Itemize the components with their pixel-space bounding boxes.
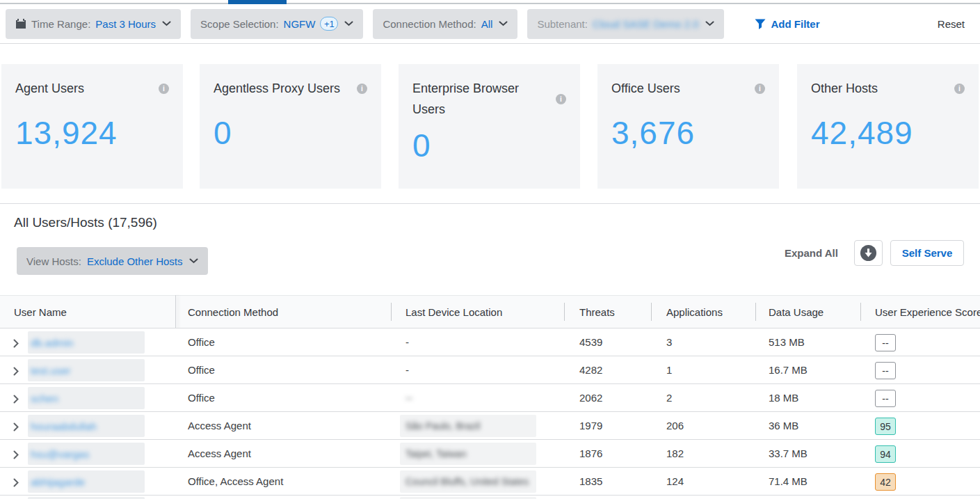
download-icon (860, 244, 877, 262)
card-value: 3,676 (611, 114, 765, 152)
connection-method-value: All (481, 18, 493, 30)
user-experience-score-badge: 94 (875, 445, 896, 463)
column-divider (651, 303, 652, 321)
table-row: test.user Office - 4282 1 16.7 MB -- (0, 356, 980, 383)
table-row: houraabdullah Access Agent São Paulo, Br… (0, 411, 980, 439)
location-cell: - (405, 356, 409, 384)
threats-cell: 1876 (579, 440, 602, 468)
filter-funnel-icon (755, 19, 766, 29)
data-usage-cell: 36 MB (769, 412, 798, 440)
card-value: 42,489 (811, 114, 965, 152)
data-usage-cell: 18 MB (769, 384, 798, 412)
connection-method-cell: Office, Access Agent (188, 468, 283, 496)
location-cell-blurred: Council Bluffs, United States (400, 470, 536, 493)
info-icon[interactable] (357, 84, 367, 94)
data-usage-cell: 33.7 MB (769, 440, 808, 468)
self-serve-button[interactable]: Self Serve (890, 240, 964, 266)
expand-row-icon[interactable] (13, 477, 19, 490)
info-icon[interactable] (954, 84, 965, 94)
col-header-threats[interactable]: Threats (579, 296, 615, 328)
card-agent-users: Agent Users 13,924 (1, 64, 183, 189)
table-row: schen Office -- 2062 2 18 MB -- (0, 383, 980, 411)
add-filter-button[interactable]: Add Filter (755, 18, 820, 30)
user-name-cell[interactable]: db.admin (28, 331, 145, 354)
connection-method-cell: Office (188, 356, 215, 384)
table-row: hsu@vargas Access Agent Taipei, Taiwan 1… (0, 439, 980, 467)
chevron-down-icon (344, 21, 353, 26)
calendar-icon (15, 18, 26, 29)
applications-cell: 182 (666, 440, 684, 468)
user-experience-score-badge: -- (875, 334, 896, 351)
card-value: 0 (214, 114, 367, 152)
expand-row-icon[interactable] (13, 366, 19, 379)
column-divider (564, 303, 565, 321)
card-label: Enterprise Browser Users (412, 78, 532, 120)
scope-selection-value: NGFW (284, 18, 316, 30)
user-experience-score-badge: 42 (875, 473, 896, 491)
chevron-down-icon (162, 21, 171, 26)
subtenant-filter[interactable]: Subtenant: Cloud SASE Demo 2.0 (527, 9, 723, 39)
card-value: 0 (412, 127, 566, 164)
expand-all-button[interactable]: Expand All (785, 240, 838, 266)
expand-row-icon[interactable] (13, 422, 19, 434)
table-row-partial (0, 495, 980, 499)
app-screen: Time Range: Past 3 Hours Scope Selection… (0, 0, 980, 499)
card-agentless-proxy-users: Agentless Proxy Users 0 (200, 64, 381, 189)
applications-cell: 2 (666, 384, 672, 412)
time-range-filter[interactable]: Time Range: Past 3 Hours (6, 9, 181, 39)
table-row: db.admin Office - 4539 3 513 MB -- (0, 328, 980, 356)
view-hosts-value: Exclude Other Hosts (87, 255, 183, 267)
scope-selection-label: Scope Selection: (200, 18, 279, 30)
card-label: Other Hosts (811, 78, 878, 99)
user-name-cell[interactable]: hsu@vargas (28, 443, 145, 465)
user-name-cell[interactable]: schen (28, 387, 145, 409)
col-header-last-device-location[interactable]: Last Device Location (405, 296, 502, 328)
info-icon[interactable] (556, 94, 566, 104)
col-header-connection-method[interactable]: Connection Method (188, 296, 278, 328)
table-row: abhijagarde Office, Access Agent Council… (0, 467, 980, 495)
info-icon[interactable] (159, 84, 169, 94)
card-other-hosts: Other Hosts 42,489 (797, 64, 979, 189)
applications-cell: 124 (666, 468, 684, 496)
filter-bar: Time Range: Past 3 Hours Scope Selection… (0, 4, 980, 44)
user-name-cell[interactable]: houraabdullah (28, 415, 145, 437)
column-divider (391, 303, 392, 321)
column-divider (755, 303, 756, 321)
expand-row-icon[interactable] (13, 338, 19, 351)
connection-method-filter[interactable]: Connection Method: All (373, 9, 517, 39)
location-cell-blurred: Taipei, Taiwan (400, 443, 536, 465)
connection-method-cell: Office (188, 384, 215, 412)
scope-selection-filter[interactable]: Scope Selection: NGFW +1 (191, 9, 363, 39)
time-range-value: Past 3 Hours (95, 18, 156, 30)
user-name-cell[interactable]: abhijagarde (28, 470, 145, 493)
column-divider (860, 303, 861, 321)
expand-row-icon[interactable] (13, 394, 19, 406)
download-button[interactable] (854, 240, 883, 266)
card-enterprise-browser-users: Enterprise Browser Users 0 (399, 64, 580, 189)
view-hosts-dropdown[interactable]: View Hosts: Exclude Other Hosts (17, 247, 208, 275)
table-header: User Name Connection Method Last Device … (0, 295, 980, 328)
card-label: Agent Users (15, 78, 84, 99)
card-label: Agentless Proxy Users (214, 78, 340, 99)
scope-extra-count-badge[interactable]: +1 (320, 17, 338, 31)
expand-row-icon[interactable] (13, 450, 19, 462)
data-usage-cell: 513 MB (769, 328, 805, 356)
info-icon[interactable] (755, 84, 765, 94)
applications-cell: 3 (666, 328, 672, 356)
col-header-applications[interactable]: Applications (666, 296, 723, 328)
col-header-user-experience-score[interactable]: User Experience Score (875, 296, 980, 328)
card-value: 13,924 (15, 114, 169, 152)
section-title: All Users/Hosts (17,596) (14, 215, 157, 230)
card-label: Office Users (611, 78, 680, 99)
location-cell-blurred: -- (405, 384, 412, 412)
col-header-data-usage[interactable]: Data Usage (769, 296, 824, 328)
subtenant-value-blurred: Cloud SASE Demo 2.0 (593, 18, 699, 30)
col-header-user-name[interactable]: User Name (14, 296, 67, 328)
reset-button[interactable]: Reset (938, 18, 965, 30)
user-experience-score-badge: 95 (875, 418, 896, 435)
time-range-label: Time Range: (31, 18, 90, 30)
user-experience-score-badge: -- (875, 390, 896, 407)
user-name-cell[interactable]: test.user (28, 359, 145, 381)
add-filter-label: Add Filter (771, 18, 820, 30)
view-hosts-label: View Hosts: (26, 255, 81, 267)
